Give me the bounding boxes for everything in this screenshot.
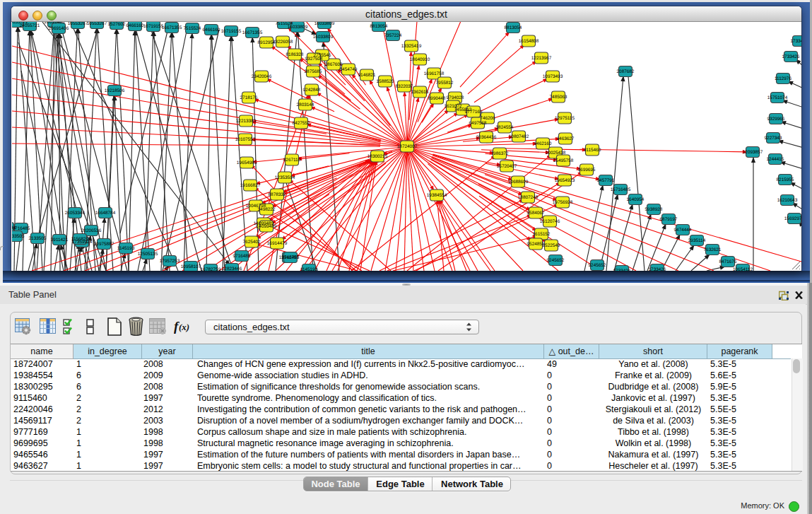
svg-text:2935114: 2935114	[688, 238, 706, 243]
svg-text:9716485: 9716485	[13, 226, 30, 231]
svg-text:19166827: 19166827	[240, 183, 261, 188]
svg-text:16671355: 16671355	[242, 30, 263, 35]
svg-text:9146821: 9146821	[358, 73, 376, 78]
svg-text:9716485: 9716485	[233, 254, 251, 259]
svg-text:9245652: 9245652	[547, 258, 565, 263]
svg-text:6466160: 6466160	[126, 23, 144, 28]
svg-text:12093857: 12093857	[743, 150, 763, 155]
svg-text:16210643: 16210643	[777, 198, 798, 203]
svg-text:10719155: 10719155	[221, 29, 242, 34]
svg-text:8813054: 8813054	[505, 25, 522, 30]
svg-text:5938928: 5938928	[645, 207, 663, 212]
svg-text:2522549: 2522549	[543, 243, 560, 248]
svg-text:3875685: 3875685	[305, 69, 322, 74]
svg-text:9462160: 9462160	[534, 141, 552, 146]
svg-text:19218506: 19218506	[105, 88, 125, 93]
svg-text:2867608: 2867608	[325, 62, 343, 67]
svg-text:1733426: 1733426	[791, 39, 801, 44]
svg-text:20364436: 20364436	[476, 135, 497, 140]
svg-text:12505135: 12505135	[138, 252, 158, 257]
svg-text:1244415: 1244415	[767, 157, 784, 162]
svg-text:7625402: 7625402	[243, 240, 261, 245]
svg-text:12823446: 12823446	[222, 267, 242, 271]
svg-text:9474444: 9474444	[674, 228, 692, 233]
svg-text:14099489: 14099489	[257, 224, 277, 229]
svg-text:16961758: 16961758	[424, 71, 445, 76]
svg-text:1156829: 1156829	[71, 237, 89, 242]
svg-text:10025438: 10025438	[546, 151, 566, 156]
svg-text:8215955: 8215955	[777, 177, 794, 182]
svg-text:12975115: 12975115	[555, 116, 575, 121]
svg-text:19654985: 19654985	[237, 160, 257, 165]
svg-text:16782759: 16782759	[201, 267, 221, 271]
svg-text:10973493: 10973493	[543, 74, 563, 79]
svg-text:16033809: 16033809	[314, 22, 335, 26]
svg-text:15495758: 15495758	[553, 158, 574, 163]
svg-text:23226058: 23226058	[273, 40, 293, 45]
svg-text:7485063: 7485063	[550, 95, 567, 100]
svg-text:9115460: 9115460	[584, 148, 601, 153]
svg-text:16033809: 16033809	[288, 25, 308, 30]
svg-text:10688609: 10688609	[508, 180, 529, 185]
svg-text:7515524: 7515524	[184, 26, 201, 31]
svg-text:1362615: 1362615	[411, 90, 429, 95]
svg-text:10719155: 10719155	[143, 24, 164, 29]
svg-text:2718176: 2718176	[240, 95, 258, 100]
svg-text:6497568: 6497568	[469, 121, 487, 126]
svg-text:9245652: 9245652	[589, 263, 606, 268]
svg-text:18640910: 18640910	[410, 57, 430, 62]
svg-text:1733426: 1733426	[782, 54, 800, 59]
svg-text:9227343: 9227343	[765, 136, 782, 141]
svg-text:10975887: 10975887	[94, 242, 114, 247]
svg-text:19384554: 19384554	[427, 193, 447, 198]
svg-text:8471676: 8471676	[719, 259, 737, 264]
svg-text:(x): (x)	[179, 322, 189, 332]
svg-text:12353594: 12353594	[275, 175, 295, 180]
svg-text:2133505: 2133505	[29, 236, 47, 241]
svg-text:10958107: 10958107	[181, 264, 201, 269]
svg-text:8813054: 8813054	[370, 24, 388, 29]
svg-text:7986372: 7986372	[491, 151, 509, 156]
svg-text:1112976: 1112976	[775, 76, 792, 81]
svg-text:16154808: 16154808	[519, 39, 539, 44]
svg-text:16914479: 16914479	[267, 241, 288, 246]
svg-text:16120746: 16120746	[540, 219, 560, 224]
svg-text:746206: 746206	[480, 116, 495, 121]
svg-text:2133505: 2133505	[12, 234, 25, 239]
svg-text:3911421: 3911421	[51, 238, 69, 243]
svg-text:8912954: 8912954	[258, 40, 276, 45]
svg-text:1640954: 1640954	[627, 197, 645, 202]
svg-text:24055721: 24055721	[20, 23, 40, 28]
svg-text:7632621: 7632621	[704, 247, 722, 252]
svg-text:1733426: 1733426	[613, 269, 631, 271]
svg-text:18300215: 18300215	[367, 154, 388, 159]
svg-text:9242848: 9242848	[303, 88, 321, 93]
svg-text:23420046: 23420046	[252, 74, 272, 79]
svg-text:3498222: 3498222	[258, 207, 276, 212]
svg-text:15692971: 15692971	[784, 216, 801, 221]
svg-text:8990448: 8990448	[428, 96, 446, 101]
svg-text:9716485: 9716485	[282, 255, 300, 260]
svg-text:19756928: 19756928	[553, 200, 573, 205]
svg-text:15751074: 15751074	[767, 95, 788, 100]
svg-text:20206536: 20206536	[81, 228, 102, 233]
svg-text:16671355: 16671355	[162, 25, 182, 30]
svg-text:12213967: 12213967	[531, 56, 552, 61]
svg-text:13325419: 13325419	[401, 44, 422, 49]
svg-text:6879197: 6879197	[660, 217, 678, 222]
svg-text:1615152: 1615152	[533, 232, 551, 237]
svg-text:9329966: 9329966	[767, 117, 785, 122]
svg-text:9463627: 9463627	[557, 136, 575, 141]
svg-text:10807482: 10807482	[509, 134, 529, 139]
svg-text:8427552: 8427552	[293, 121, 310, 126]
svg-text:10107553: 10107553	[235, 137, 256, 142]
svg-text:9794028: 9794028	[447, 95, 464, 100]
svg-text:9584067: 9584067	[527, 211, 545, 216]
svg-text:26053346: 26053346	[65, 211, 86, 216]
svg-text:6466160: 6466160	[203, 28, 220, 33]
svg-text:20691406: 20691406	[49, 26, 69, 31]
svg-text:1145193: 1145193	[117, 246, 135, 251]
svg-text:20691406: 20691406	[45, 22, 65, 25]
svg-text:15716485: 15716485	[611, 187, 631, 192]
svg-text:17957253: 17957253	[160, 259, 180, 264]
